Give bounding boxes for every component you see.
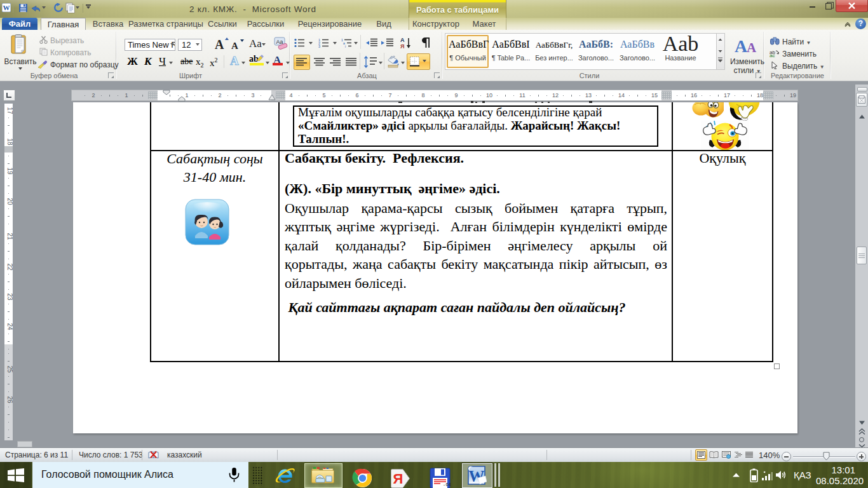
svg-text:А: А [747, 40, 757, 54]
svg-text:3: 3 [318, 44, 320, 48]
svg-text:-64·: -64· [443, 482, 451, 487]
svg-text:W: W [3, 4, 10, 11]
svg-text:ac: ac [770, 53, 775, 57]
svg-text:i: i [345, 44, 346, 48]
svg-text:А: А [735, 36, 748, 54]
svg-text:Я: Я [400, 43, 404, 49]
svg-text:А: А [400, 37, 405, 43]
svg-text:Я: Я [393, 471, 403, 487]
svg-text:Аа: Аа [276, 39, 283, 45]
